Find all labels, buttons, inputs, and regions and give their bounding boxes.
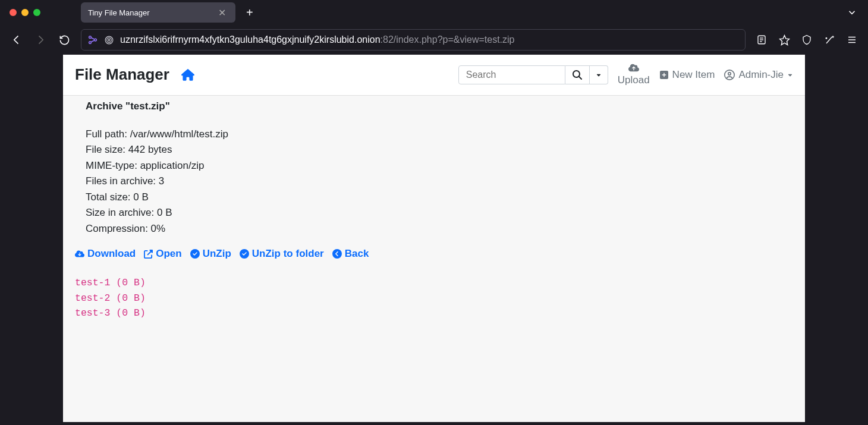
reader-mode-icon[interactable] [751, 30, 772, 50]
new-tab-button[interactable]: + [240, 4, 259, 22]
back-link[interactable]: Back [332, 248, 369, 260]
sparkle-icon[interactable] [819, 30, 839, 50]
reload-button[interactable] [54, 29, 75, 51]
search-input[interactable] [458, 65, 565, 84]
archive-entry: test-2 (0 B) [75, 291, 782, 306]
home-icon[interactable] [181, 68, 194, 81]
window-maximize-button[interactable] [33, 9, 40, 16]
tab-bar: Tiny File Manager ✕ + [0, 0, 868, 25]
back-label: Back [345, 248, 369, 260]
content-viewport: File Manager Upload [0, 55, 868, 422]
back-button[interactable] [6, 29, 27, 51]
tabs-dropdown-button[interactable] [847, 7, 857, 18]
page-content: File Manager Upload [63, 55, 805, 422]
upload-link[interactable]: Upload [618, 62, 650, 87]
unzip-link[interactable]: UnZip [190, 248, 231, 260]
action-links: Download Open UnZip UnZip to folder Back [75, 248, 782, 260]
archive-entry: test-3 (0 B) [75, 306, 782, 321]
hamburger-menu-icon[interactable] [842, 30, 862, 50]
download-label: Download [87, 248, 136, 260]
open-label: Open [156, 248, 181, 260]
file-size-line: File size: 442 bytes [86, 142, 782, 158]
shield-icon[interactable] [797, 30, 817, 50]
total-size-line: Total size: 0 B [86, 190, 782, 205]
window-minimize-button[interactable] [21, 9, 29, 16]
bookmark-icon[interactable] [774, 30, 794, 50]
full-path-line: Full path: /var/www/html/test.zip [86, 127, 782, 142]
archive-contents: test-1 (0 B) test-2 (0 B) test-3 (0 B) [75, 275, 782, 321]
search-group [458, 65, 608, 84]
user-label: Admin-Jie [738, 69, 784, 81]
upload-label: Upload [618, 73, 650, 87]
app-brand[interactable]: File Manager [75, 65, 169, 84]
header-right: Upload New Item Admin-Jie [458, 62, 793, 87]
compression-line: Compression: 0% [86, 221, 782, 237]
file-info-body: Archive "test.zip" Full path: /var/www/h… [63, 96, 805, 326]
svg-point-11 [826, 37, 827, 39]
browser-chrome: Tiny File Manager ✕ + uznrzifslxi6rifrny… [0, 0, 868, 55]
tab-title: Tiny File Manager [88, 8, 211, 17]
forward-button[interactable] [30, 29, 51, 51]
archive-title: Archive "test.zip" [86, 100, 782, 112]
window-close-button[interactable] [10, 9, 17, 16]
browser-tab[interactable]: Tiny File Manager ✕ [81, 2, 235, 23]
open-link[interactable]: Open [144, 248, 181, 260]
unzip-folder-link[interactable]: UnZip to folder [240, 248, 324, 260]
size-in-archive-line: Size in archive: 0 B [86, 205, 782, 221]
address-bar[interactable]: uznrzifslxi6rifrnyrm4xfytkn3guluha4tg6gx… [81, 29, 746, 51]
url-path: :82/index.php?p=&view=test.zip [380, 34, 515, 45]
files-in-archive-line: Files in archive: 3 [86, 174, 782, 189]
tor-circuit-icon[interactable] [87, 34, 98, 45]
url-domain: uznrzifslxi6rifrnyrm4xfytkn3guluha4tg6gx… [120, 34, 380, 45]
url-text: uznrzifslxi6rifrnyrm4xfytkn3guluha4tg6gx… [120, 34, 739, 45]
close-tab-button[interactable]: ✕ [216, 6, 228, 20]
svg-point-4 [107, 37, 112, 42]
mime-type-line: MIME-type: application/zip [86, 158, 782, 174]
svg-marker-10 [779, 35, 789, 45]
archive-entry: test-1 (0 B) [75, 275, 782, 291]
address-bar-row: uznrzifslxi6rifrnyrm4xfytkn3guluha4tg6gx… [0, 25, 868, 55]
download-link[interactable]: Download [75, 248, 136, 260]
unzip-folder-label: UnZip to folder [252, 248, 324, 260]
search-dropdown-button[interactable] [590, 65, 608, 84]
unzip-label: UnZip [203, 248, 231, 260]
window-controls [10, 9, 40, 16]
new-item-link[interactable]: New Item [659, 69, 715, 81]
search-button[interactable] [565, 65, 590, 84]
svg-point-5 [108, 39, 110, 41]
app-header: File Manager Upload [63, 55, 805, 96]
user-menu[interactable]: Admin-Jie [724, 69, 793, 81]
new-item-label: New Item [672, 69, 715, 81]
onion-site-icon [104, 35, 114, 45]
